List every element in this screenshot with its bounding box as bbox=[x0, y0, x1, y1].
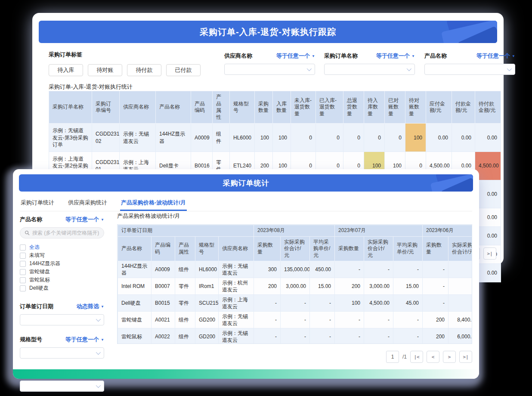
sidebar-supplier-select[interactable] bbox=[20, 381, 104, 392]
checkbox-icon bbox=[20, 244, 26, 251]
column-header: 产品属性 bbox=[175, 236, 195, 261]
product-option-list: 全选未填写144HZ显示器雷蛇键盘雷蛇鼠标Dell硬盘 bbox=[20, 243, 104, 292]
column-header: 应付金额/元 bbox=[426, 91, 452, 124]
table-cell: 0 bbox=[343, 124, 364, 152]
checkbox-label: 未填写 bbox=[29, 252, 45, 259]
table-cell: 15.00 bbox=[393, 278, 423, 295]
order-tag-filter: 采购订单标签 待入库 待对账 待付款 已付款 bbox=[49, 51, 201, 76]
table-cell: - bbox=[393, 312, 423, 328]
tracking-window-title: 采购订单-入库-退货-对账执行跟踪 bbox=[200, 26, 336, 38]
column-header: 供应商名称 bbox=[219, 236, 254, 261]
table-cell: 100 bbox=[273, 124, 291, 152]
table-cell: SCU215 bbox=[195, 295, 219, 312]
supplier-filter-label: 供应商名称 bbox=[224, 52, 252, 60]
table-row: Dell硬盘B0015零件SCU215示例：上海道友云---1004,500.0… bbox=[118, 295, 473, 312]
prev-page-button[interactable]: < bbox=[427, 351, 439, 363]
chevron-down-icon bbox=[96, 317, 101, 322]
table-cell: 45.00 bbox=[393, 295, 423, 312]
tab-supplier-stats[interactable]: 供应商采购统计 bbox=[67, 199, 108, 211]
supplier-operator-link[interactable]: 等于任意一个▼ bbox=[276, 52, 315, 60]
next-page-button[interactable]: > bbox=[443, 351, 456, 363]
page-number-box[interactable]: 1 bbox=[386, 351, 399, 363]
checkbox-select-all[interactable]: 全选 bbox=[20, 243, 104, 251]
stats-pagination: 1/1|<<>>| bbox=[117, 351, 472, 363]
tab-price-fluctuation[interactable]: 产品采购价格-波动统计/月 bbox=[120, 199, 187, 211]
table-cell: - bbox=[335, 328, 364, 344]
caret-down-icon: ▼ bbox=[312, 54, 315, 58]
table-cell: A0009 bbox=[152, 261, 175, 278]
checkbox-icon bbox=[20, 269, 26, 275]
table-cell: 15.00 bbox=[310, 278, 335, 295]
supplier-select[interactable] bbox=[224, 64, 315, 75]
order-name-select[interactable] bbox=[324, 64, 415, 75]
date-select[interactable] bbox=[20, 314, 104, 325]
table-cell: 雷蛇鼠标 bbox=[118, 328, 152, 344]
product-search-input[interactable]: 搜索 (多个关键词用空格隔开) bbox=[20, 227, 104, 238]
table-cell: 0.00 bbox=[452, 124, 475, 152]
product-name-select[interactable] bbox=[424, 64, 515, 75]
product-name-operator-link[interactable]: 等于任意一个▼ bbox=[476, 52, 515, 60]
date-filter-operator-link[interactable]: 动态筛选▼ bbox=[77, 303, 104, 310]
date-filter-label: 订单签订日期 bbox=[20, 303, 53, 310]
stats-table-title: 产品采购价格波动统计/月 bbox=[117, 212, 472, 220]
group-header: 订单签订日期 bbox=[118, 225, 254, 237]
tracking-window-header: 采购订单-入库-退货-对账执行跟踪 bbox=[39, 21, 497, 43]
table-cell: - bbox=[364, 328, 393, 344]
column-header: 采购数量 bbox=[423, 236, 448, 261]
tag-button-pending-reconcile[interactable]: 待对账 bbox=[88, 64, 122, 76]
table-cell: 雷蛇键盘 bbox=[118, 312, 152, 328]
order-name-filter: 采购订单名称 等于任意一个▼ bbox=[324, 52, 415, 75]
table-cell: 200 bbox=[423, 328, 448, 344]
table-cell: 200 bbox=[254, 278, 281, 295]
table-cell: - bbox=[281, 312, 310, 328]
spec-select[interactable] bbox=[20, 347, 104, 359]
stats-main: 产品采购价格波动统计/月 订单签订日期2023年08月2023年07月2023年… bbox=[111, 211, 472, 367]
checkbox-option[interactable]: 雷蛇键盘 bbox=[20, 268, 104, 276]
order-name-operator-link[interactable]: 等于任意一个▼ bbox=[376, 52, 415, 60]
page-total-label: /1 bbox=[402, 354, 407, 360]
product-filter-operator-link[interactable]: 等于任意一个▼ bbox=[65, 216, 104, 223]
spec-filter-operator-link[interactable]: 等于任意一个▼ bbox=[65, 336, 104, 343]
checkbox-icon bbox=[20, 261, 26, 267]
table-cell: Dell硬盘 bbox=[118, 295, 152, 312]
checkbox-option[interactable]: 雷蛇鼠标 bbox=[20, 276, 104, 284]
column-header: 产品属性 bbox=[213, 91, 230, 124]
column-header: 待对账数量 bbox=[405, 91, 426, 124]
column-header: 产品名称 bbox=[118, 236, 152, 261]
table-cell: 示例：无锡道友云-第3份采购订单 bbox=[49, 124, 92, 152]
tab-order-stats[interactable]: 采购订单统计 bbox=[20, 199, 55, 211]
column-header: 待付款金额/元 bbox=[475, 91, 501, 124]
column-header: 采购数量 bbox=[335, 236, 364, 261]
month-group-header: 2023年07月 bbox=[335, 225, 423, 237]
checkbox-option[interactable]: Dell硬盘 bbox=[20, 284, 104, 292]
first-page-button[interactable]: |< bbox=[410, 351, 423, 363]
table-cell: - bbox=[254, 328, 281, 344]
table-cell: Intel ROM bbox=[118, 278, 152, 295]
table-cell: - bbox=[393, 328, 423, 344]
table-cell: 组件 bbox=[213, 124, 230, 152]
column-header: 产品编码 bbox=[152, 236, 175, 261]
tag-button-pending-inbound[interactable]: 待入库 bbox=[49, 64, 83, 76]
tracking-table-title: 采购订单-入库-退货-对账执行统计 bbox=[49, 83, 133, 91]
order-name-filter-label: 采购订单名称 bbox=[324, 52, 358, 60]
tag-button-pending-payment[interactable]: 待付款 bbox=[127, 64, 161, 76]
table-row: 示例：无锡道友云-第3份采购订单CGDD231208-02示例：无锡道友云144… bbox=[49, 124, 501, 152]
checkbox-label: Dell硬盘 bbox=[29, 285, 49, 292]
table-row: 雷蛇键盘A0021组件GD200示例：无锡道友云------2008,400.0… bbox=[118, 312, 473, 328]
last-page-button[interactable]: >| bbox=[459, 351, 472, 363]
checkbox-label: 144HZ显示器 bbox=[29, 260, 60, 267]
checkbox-option[interactable]: 144HZ显示器 bbox=[20, 260, 104, 268]
table-cell: A0009 bbox=[191, 124, 213, 152]
table-cell: - bbox=[281, 295, 310, 312]
product-name-filter-label: 产品名称 bbox=[424, 52, 447, 60]
table-row: Intel ROMB0007零件IRom1示例：杭州道友云2003,000.00… bbox=[118, 278, 473, 295]
checkbox-option[interactable]: 未填写 bbox=[20, 251, 104, 260]
table-cell: 200 bbox=[423, 312, 448, 328]
table-row: 雷蛇鼠标A0022组件GD200示例：无锡道友云------2006,000.0… bbox=[118, 328, 473, 344]
caret-down-icon: ▼ bbox=[512, 54, 515, 58]
table-cell: 0 bbox=[316, 124, 343, 152]
last-page-button[interactable]: >| bbox=[483, 248, 496, 260]
tag-button-paid[interactable]: 已付款 bbox=[166, 64, 201, 76]
table-cell: 135,000.00 bbox=[281, 261, 310, 278]
stats-window-header: 采购订单统计 bbox=[19, 174, 473, 192]
